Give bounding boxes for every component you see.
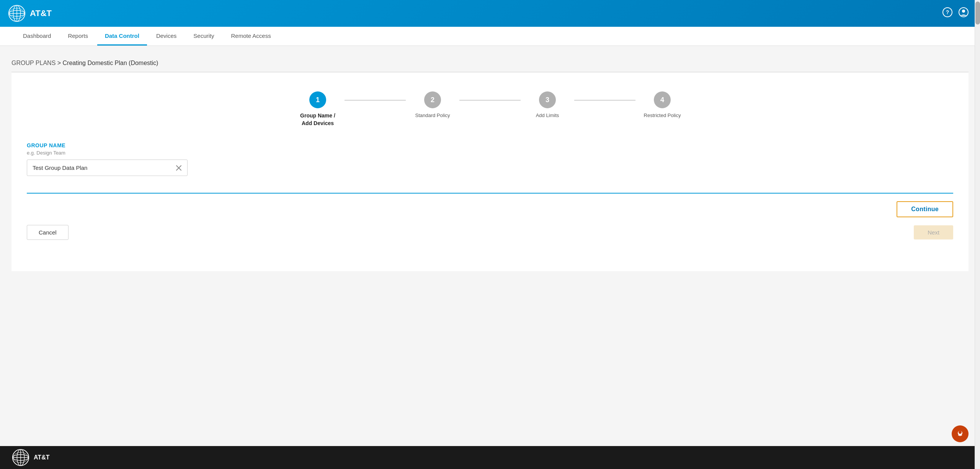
step-connector-2-3 <box>459 100 521 101</box>
nav-security[interactable]: Security <box>186 27 222 46</box>
step-3: 3 Add Limits <box>521 91 574 119</box>
bottom-action-row: Cancel Next <box>27 217 953 246</box>
chat-icon <box>955 429 965 439</box>
svg-text:?: ? <box>946 9 949 15</box>
section-divider <box>27 193 953 194</box>
svg-point-9 <box>962 10 965 13</box>
next-button: Next <box>914 225 953 239</box>
step-1: 1 Group Name /Add Devices <box>291 91 345 127</box>
breadcrumb-separator: > <box>56 60 62 66</box>
group-name-label: GROUP NAME <box>27 142 953 148</box>
group-name-input-wrap <box>27 160 188 176</box>
main-card: 1 Group Name /Add Devices 2 Standard Pol… <box>11 72 969 271</box>
user-icon <box>959 7 969 17</box>
form-section: GROUP NAME e.g. Design Team <box>27 138 953 184</box>
nav-remote-access[interactable]: Remote Access <box>223 27 278 46</box>
breadcrumb-current: Creating Domestic Plan (Domestic) <box>63 60 158 66</box>
content-area: GROUP PLANS > Creating Domestic Plan (Do… <box>0 46 980 446</box>
step-2: 2 Standard Policy <box>406 91 459 119</box>
step-connector-1-2 <box>345 100 406 101</box>
step-label-1: Group Name /Add Devices <box>300 112 335 127</box>
header-icons: ? <box>942 7 969 20</box>
continue-button[interactable]: Continue <box>897 201 953 217</box>
brand-name: AT&T <box>30 8 52 18</box>
step-label-3: Add Limits <box>536 112 559 119</box>
step-label-4: Restricted Policy <box>644 112 681 119</box>
header: AT&T ? <box>0 0 980 27</box>
scrollbar-thumb[interactable] <box>975 2 980 24</box>
user-button[interactable] <box>959 7 969 20</box>
support-chat-button[interactable] <box>952 425 969 442</box>
step-connector-3-4 <box>574 100 635 101</box>
header-logo: AT&T <box>8 4 69 23</box>
clear-input-button[interactable] <box>174 163 183 173</box>
breadcrumb-section: GROUP PLANS <box>11 60 56 66</box>
step-circle-4: 4 <box>654 91 671 108</box>
stepper: 1 Group Name /Add Devices 2 Standard Pol… <box>27 84 953 138</box>
navbar: Dashboard Reports Data Control Devices S… <box>0 27 980 46</box>
nav-devices[interactable]: Devices <box>149 27 184 46</box>
close-icon <box>176 165 182 171</box>
scrollbar[interactable] <box>975 0 980 469</box>
step-circle-1: 1 <box>309 91 326 108</box>
breadcrumb: GROUP PLANS > Creating Domestic Plan (Do… <box>11 54 969 72</box>
continue-row: Continue <box>27 201 953 217</box>
step-4: 4 Restricted Policy <box>635 91 689 119</box>
step-circle-3: 3 <box>539 91 556 108</box>
help-icon: ? <box>942 7 952 17</box>
nav-data-control[interactable]: Data Control <box>97 27 147 46</box>
footer-logo: AT&T <box>11 448 49 467</box>
cancel-button[interactable]: Cancel <box>27 225 69 240</box>
att-globe-icon <box>8 4 26 23</box>
footer: AT&T <box>0 446 980 469</box>
svg-point-19 <box>959 431 962 434</box>
footer-globe-icon <box>11 448 30 467</box>
footer-brand-name: AT&T <box>34 454 49 461</box>
step-label-2: Standard Policy <box>415 112 450 119</box>
nav-reports[interactable]: Reports <box>60 27 96 46</box>
nav-dashboard[interactable]: Dashboard <box>15 27 59 46</box>
group-name-hint: e.g. Design Team <box>27 150 953 156</box>
help-button[interactable]: ? <box>942 7 952 20</box>
step-circle-2: 2 <box>424 91 441 108</box>
group-name-input[interactable] <box>31 160 174 176</box>
